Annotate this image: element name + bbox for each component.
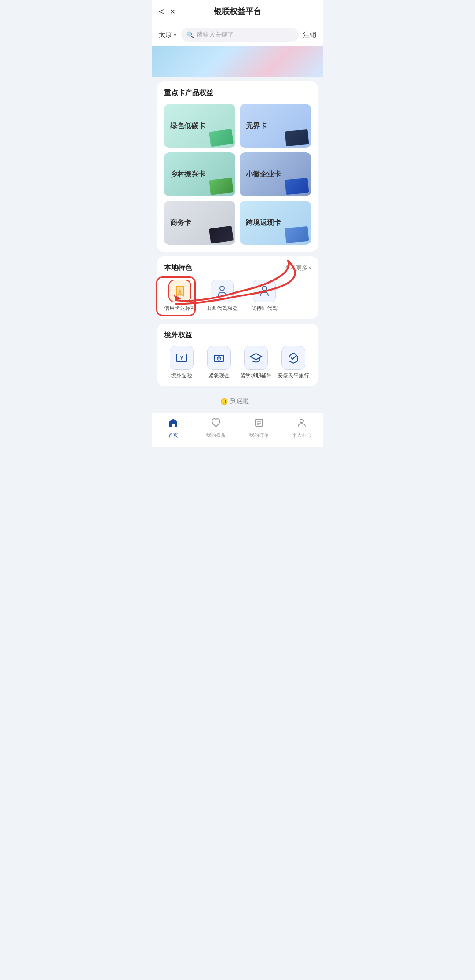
overseas-item-tax-refund[interactable]: ¥ 境外退税 [164, 346, 199, 379]
card-cross-border[interactable]: 跨境返现卡 [240, 201, 311, 245]
local-features-section: 本地特色 查看更多> 信用卡达标礼 [157, 256, 318, 319]
tax-refund-icon: ¥ [175, 351, 188, 365]
local-features-title: 本地特色 [164, 263, 192, 273]
study-abroad-icon [249, 351, 263, 365]
overseas-section: 境外权益 ¥ 境外退税 ¥ [157, 324, 318, 387]
see-more-button[interactable]: 查看更多> [285, 264, 311, 272]
back-button[interactable]: < [159, 7, 164, 17]
header-left-actions: < × [159, 7, 175, 17]
card-label-infinite: 无界卡 [246, 122, 267, 131]
nav-label-benefits: 我的权益 [206, 432, 226, 438]
vip-driving-icon-box [253, 280, 276, 302]
card-illustration-green [210, 130, 233, 145]
study-abroad-icon-box [244, 346, 268, 370]
card-illustration-rural [210, 179, 233, 194]
card-illustration-crossborder [285, 227, 308, 242]
shanxi-driving-label: 山西代驾权益 [206, 305, 238, 312]
smiley-icon: 🙂 [220, 398, 228, 405]
card-illustration-smallbiz [285, 179, 308, 194]
insurance-travel-label: 安盛天平旅行 [278, 372, 309, 379]
local-item-shanxi-driving[interactable]: 山西代驾权益 [206, 280, 238, 312]
person-vip-icon [258, 284, 271, 298]
card-label-rural: 乡村振兴卡 [170, 170, 205, 179]
overseas-item-insurance-travel[interactable]: 安盛天平旅行 [276, 346, 311, 379]
card-label-business: 商务卡 [170, 218, 191, 228]
heart-icon [211, 417, 221, 431]
city-selector[interactable]: 太原 [159, 31, 177, 39]
card-green-low-carbon[interactable]: 绿色低碳卡 [164, 104, 235, 148]
overseas-title: 境外权益 [164, 331, 311, 340]
bottom-text: 到底啦！ [230, 398, 255, 405]
credit-reward-icon-box [168, 280, 191, 302]
nav-item-home[interactable]: 首页 [158, 417, 189, 438]
card-illustration-infinite [285, 130, 308, 145]
bottom-nav: 首页 我的权益 我的订单 [152, 413, 323, 447]
top-banner[interactable] [152, 46, 323, 77]
overseas-item-study-abroad[interactable]: 留学求职辅导 [238, 346, 274, 379]
home-icon [168, 417, 179, 431]
svg-text:¥: ¥ [218, 357, 220, 360]
app-wrapper: < × 银联权益平台 太原 🔍 请输入关键字 注销 重点卡产品权益 绿色低碳卡 [152, 0, 323, 447]
nav-label-profile: 个人中心 [292, 432, 311, 438]
featured-cards-title: 重点卡产品权益 [164, 88, 311, 98]
local-item-vip-driving[interactable]: 优待证代驾 [248, 280, 280, 312]
overseas-item-emergency-cash[interactable]: ¥ 紧急现金 [201, 346, 237, 379]
nav-label-orders: 我的订单 [249, 432, 269, 438]
card-label-green: 绿色低碳卡 [170, 122, 205, 131]
credit-reward-label: 信用卡达标礼 [164, 305, 196, 312]
card-label-smallbiz: 小微企业卡 [246, 170, 281, 179]
nav-item-benefits[interactable]: 我的权益 [201, 417, 231, 438]
local-section-wrapper: 本地特色 查看更多> 信用卡达标礼 [152, 256, 323, 319]
card-infinite[interactable]: 无界卡 [240, 104, 311, 148]
person-icon [296, 417, 307, 431]
bottom-message: 🙂 到底啦！ [152, 391, 323, 413]
nav-item-profile[interactable]: 个人中心 [286, 417, 317, 438]
shanxi-driving-icon-box [211, 280, 234, 302]
page-title: 银联权益平台 [214, 6, 261, 17]
tax-refund-icon-box: ¥ [170, 346, 194, 370]
person-driving-icon [216, 284, 229, 298]
card-label-crossborder: 跨境返现卡 [246, 218, 281, 228]
svg-point-13 [300, 419, 303, 423]
city-label: 太原 [159, 31, 172, 39]
tax-refund-label: 境外退税 [171, 372, 192, 379]
header: < × 银联权益平台 [152, 0, 323, 23]
insurance-travel-icon-box [281, 346, 305, 370]
list-icon [254, 417, 264, 431]
chevron-down-icon [173, 34, 177, 36]
local-item-credit-reward[interactable]: 信用卡达标礼 [164, 280, 196, 312]
emergency-cash-icon-box: ¥ [207, 346, 231, 370]
search-input-wrap[interactable]: 🔍 请输入关键字 [181, 28, 299, 42]
bookmark-star-icon [174, 285, 186, 297]
featured-cards-section: 重点卡产品权益 绿色低碳卡 无界卡 乡村振兴卡 [157, 81, 318, 252]
search-icon: 🔍 [186, 31, 194, 38]
emergency-cash-icon: ¥ [212, 351, 226, 365]
card-rural[interactable]: 乡村振兴卡 [164, 152, 235, 196]
search-bar: 太原 🔍 请输入关键字 注销 [152, 23, 323, 46]
nav-item-orders[interactable]: 我的订单 [244, 417, 274, 438]
search-placeholder-text: 请输入关键字 [197, 31, 234, 39]
vip-driving-label: 优待证代驾 [251, 305, 278, 312]
svg-point-3 [262, 286, 267, 291]
card-grid: 绿色低碳卡 无界卡 乡村振兴卡 小微企业卡 [164, 104, 311, 245]
card-small-biz[interactable]: 小微企业卡 [240, 152, 311, 196]
cancel-button[interactable]: 注销 [303, 31, 316, 39]
study-abroad-label: 留学求职辅导 [240, 372, 272, 379]
nav-label-home: 首页 [168, 432, 178, 438]
card-business[interactable]: 商务卡 [164, 201, 235, 245]
svg-point-2 [220, 286, 224, 291]
card-illustration-business [210, 227, 233, 242]
local-section-header: 本地特色 查看更多> [164, 263, 311, 273]
local-icons-row: 信用卡达标礼 山西代驾权益 [164, 280, 311, 312]
insurance-travel-icon [287, 351, 300, 365]
close-button[interactable]: × [170, 7, 175, 17]
overseas-icons-row: ¥ 境外退税 ¥ 紧急现金 [164, 346, 311, 379]
svg-text:¥: ¥ [180, 355, 183, 361]
emergency-cash-label: 紧急现金 [208, 372, 230, 379]
